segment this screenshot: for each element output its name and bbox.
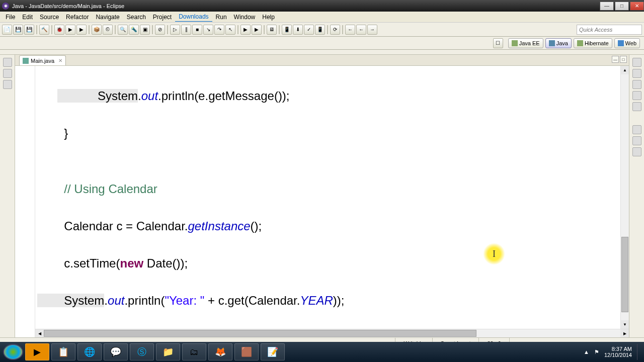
toggle-mark-button[interactable]: ▣ [140, 25, 150, 35]
javadoc-icon[interactable] [632, 91, 641, 100]
scroll-thumb[interactable] [621, 237, 628, 312]
search-button[interactable]: 🔦 [129, 25, 139, 35]
declaration-icon[interactable] [632, 102, 641, 111]
new-android-button[interactable]: 📱 [282, 25, 292, 35]
progress-icon[interactable] [632, 147, 641, 156]
android-virtual-button[interactable]: 📱 [315, 25, 325, 35]
tab-max-icon[interactable]: □ [620, 56, 627, 63]
console-icon[interactable] [632, 125, 641, 134]
problems-icon[interactable] [632, 80, 641, 89]
perspective-hibernate[interactable]: Hibernate [574, 38, 612, 48]
coverage-button[interactable]: ▶ [76, 25, 87, 35]
tasklist-icon[interactable] [632, 69, 641, 78]
perspective-label: Java EE [519, 40, 540, 46]
run-button[interactable]: ▶ [65, 25, 75, 35]
close-button[interactable]: ✕ [630, 2, 644, 11]
menu-edit[interactable]: Edit [19, 13, 36, 22]
maximize-button[interactable]: □ [615, 2, 629, 11]
save-button[interactable]: 💾 [13, 25, 23, 35]
close-tab-icon[interactable]: ✕ [58, 58, 62, 63]
new-button[interactable]: 📄 [2, 25, 12, 35]
scroll-thumb[interactable] [44, 330, 476, 337]
last-edit-button[interactable]: ← [345, 25, 355, 35]
suspend-button[interactable]: ‖ [181, 25, 191, 35]
back-button[interactable]: ← [356, 25, 366, 35]
android-sdk-button[interactable]: ⬇ [293, 25, 303, 35]
new-class-button[interactable]: © [103, 25, 113, 35]
scroll-up-icon[interactable]: ▲ [621, 66, 629, 74]
menu-run[interactable]: Run [212, 13, 230, 22]
menu-refactor[interactable]: Refactor [62, 13, 92, 22]
code-editor[interactable]: System.out.println(e.getMessage()); } //… [15, 66, 629, 337]
windows-taskbar: ▶ 📋 🌐 💬 Ⓢ 📁 🗂 🦊 🟫 📝 ▲ ⚑ 8:37 AM 12/10/20… [0, 342, 644, 362]
tray-flag-icon[interactable]: ⚑ [594, 349, 599, 355]
step-over-button[interactable]: ↷ [214, 25, 224, 35]
perspective-javaee[interactable]: Java EE [508, 38, 543, 48]
menu-downloads[interactable]: Downloads [175, 12, 212, 22]
menu-window[interactable]: Window [230, 13, 259, 22]
code-content[interactable]: System.out.println(e.getMessage()); } //… [35, 66, 629, 337]
run-last-button[interactable]: ▶ [252, 25, 262, 35]
open-perspective-button[interactable]: ☐ [493, 38, 503, 48]
step-return-button[interactable]: ↖ [225, 25, 235, 35]
tray-clock[interactable]: 8:37 AM 12/10/2014 [604, 346, 632, 358]
editor-region: Main.java ✕ — □ System.out.println(e.get… [15, 55, 629, 337]
taskbar-item[interactable]: ▶ [25, 343, 49, 360]
android-lint-button[interactable]: ✓ [304, 25, 314, 35]
quick-access-input[interactable] [577, 25, 642, 35]
step-into-button[interactable]: ↘ [203, 25, 213, 35]
scroll-right-icon[interactable]: ▶ [620, 329, 629, 337]
skip-breakpoints-button[interactable]: ⊘ [155, 25, 165, 35]
window-controls: — □ ✕ [599, 2, 644, 11]
navigator-icon[interactable] [3, 69, 12, 78]
tab-min-icon[interactable]: — [612, 56, 619, 63]
vertical-scrollbar[interactable]: ▲ ▼ [620, 66, 629, 329]
scroll-down-icon[interactable]: ▼ [621, 320, 629, 329]
open-type-button[interactable]: 🔍 [118, 25, 128, 35]
menu-source[interactable]: Source [36, 13, 62, 22]
menu-navigate[interactable]: Navigate [92, 13, 123, 22]
save-all-button[interactable]: 💾 [24, 25, 34, 35]
taskbar-item[interactable]: 🌐 [77, 343, 102, 360]
menu-bar: File Edit Source Refactor Navigate Searc… [0, 12, 644, 23]
taskbar-item[interactable]: 💬 [104, 343, 128, 360]
web-icon [618, 40, 624, 46]
resume-button[interactable]: ▷ [170, 25, 180, 35]
outline-icon[interactable] [632, 58, 641, 67]
servers-icon[interactable] [632, 136, 641, 145]
taskbar-item[interactable]: Ⓢ [130, 343, 154, 360]
horizontal-scrollbar[interactable]: ◀ ▶ [35, 329, 629, 337]
package-explorer-icon[interactable] [3, 58, 12, 67]
hierarchy-icon[interactable] [3, 80, 12, 89]
taskbar-item[interactable]: 🗂 [182, 343, 206, 360]
menu-project[interactable]: Project [149, 13, 175, 22]
new-server-button[interactable]: 🖥 [267, 25, 277, 35]
menu-search[interactable]: Search [123, 13, 149, 22]
menu-help[interactable]: Help [259, 13, 278, 22]
code-line: } [37, 124, 629, 142]
build-button[interactable]: 🔨 [39, 25, 49, 35]
taskbar-item[interactable]: 📋 [51, 343, 75, 360]
taskbar-item[interactable]: 📝 [261, 343, 285, 360]
run-external-button[interactable]: ▶ [240, 25, 251, 35]
tray-up-icon[interactable]: ▲ [584, 349, 589, 355]
taskbar-item[interactable]: 🟫 [234, 343, 259, 360]
show-desktop-button[interactable] [637, 344, 641, 360]
scroll-left-icon[interactable]: ◀ [35, 329, 44, 337]
quick-access [577, 25, 642, 35]
taskbar-item[interactable]: 📁 [156, 343, 180, 360]
file-tab-main[interactable]: Main.java ✕ [19, 55, 66, 65]
terminate-button[interactable]: ■ [192, 25, 202, 35]
taskbar-item[interactable]: 🦊 [208, 343, 232, 360]
forward-button[interactable]: → [367, 25, 377, 35]
menu-file[interactable]: File [2, 13, 19, 22]
debug-button[interactable]: 🐞 [54, 25, 64, 35]
start-button[interactable] [3, 344, 23, 360]
minimize-button[interactable]: — [600, 2, 614, 11]
hibernate-icon [577, 40, 583, 46]
perspective-web[interactable]: Web [614, 38, 640, 48]
perspective-java[interactable]: Java [545, 38, 572, 48]
java-file-icon [23, 58, 29, 64]
refresh-button[interactable]: ⟳ [330, 25, 340, 35]
new-package-button[interactable]: 📦 [92, 25, 102, 35]
